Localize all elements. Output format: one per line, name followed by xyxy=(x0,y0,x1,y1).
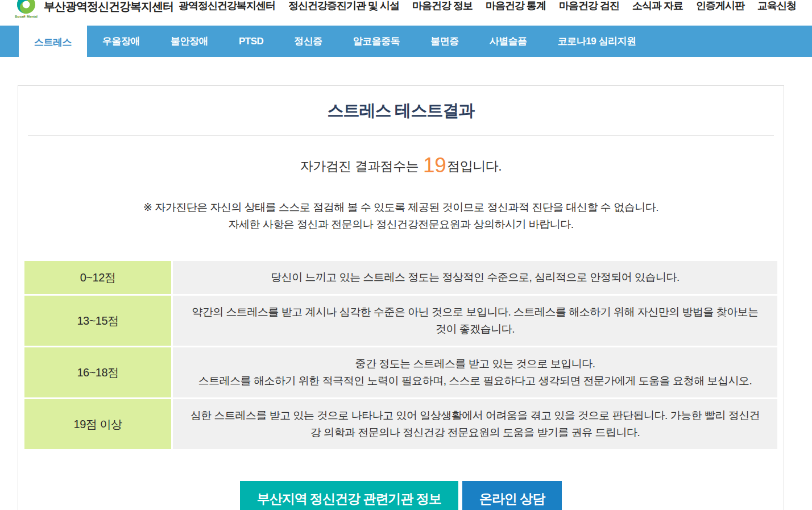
tab-grief[interactable]: 사별슬픔 xyxy=(474,26,542,57)
site-logo[interactable]: Busan Mental 부산광역정신건강복지센터 xyxy=(14,0,173,19)
tab-anxiety[interactable]: 불안장애 xyxy=(155,26,223,57)
tab-psychosis[interactable]: 정신증 xyxy=(279,26,338,57)
svg-text:Mental: Mental xyxy=(27,15,38,18)
score-prefix: 자가검진 결과점수는 xyxy=(300,159,422,173)
tab-ptsd[interactable]: PTSD xyxy=(223,26,279,57)
test-result-panel: 스트레스 테스트결과 자가검진 결과점수는 19점입니다. ※ 자가진단은 자신… xyxy=(18,85,784,510)
score-description-cell: 중간 정도는 스트레스를 받고 있는 것으로 보입니다. 스트레스를 해소하기 … xyxy=(173,347,777,397)
disclaimer-line-1: ※ 자가진단은 자신의 상태를 스스로 점검해 볼 수 있도록 제공된 것이므로… xyxy=(18,199,784,216)
disclaimer: ※ 자가진단은 자신의 상태를 스스로 점검해 볼 수 있도록 제공된 것이므로… xyxy=(18,199,784,233)
table-row: 0~12점 당신이 느끼고 있는 스트레스 정도는 정상적인 수준으로, 심리적… xyxy=(24,261,777,294)
top-navigation: 광역정신건강복지센터 정신건강증진기관 및 시설 마음건강 정보 마음건강 통계… xyxy=(179,0,796,13)
page-title: 스트레스 테스트결과 xyxy=(18,86,784,135)
score-line: 자가검진 결과점수는 19점입니다. xyxy=(18,154,784,177)
nav-item-mind-stats[interactable]: 마음건강 통계 xyxy=(486,0,546,13)
score-range-cell: 0~12점 xyxy=(24,261,171,294)
score-range-cell: 16~18점 xyxy=(24,347,171,397)
score-range-cell: 19점 이상 xyxy=(24,399,171,449)
tab-covid19-support[interactable]: 코로나19 심리지원 xyxy=(542,26,652,57)
nav-item-education[interactable]: 교육신청 xyxy=(757,0,796,13)
site-header: Busan Mental 부산광역정신건강복지센터 광역정신건강복지센터 정신건… xyxy=(0,0,812,26)
table-row: 19점 이상 심한 스트레스를 받고 있는 것으로 나타나고 있어 일상생활에서… xyxy=(24,399,777,449)
tab-stress[interactable]: 스트레스 xyxy=(19,26,87,59)
score-range-cell: 13~15점 xyxy=(24,296,171,346)
score-interpretation-table: 0~12점 당신이 느끼고 있는 스트레스 정도는 정상적인 수준으로, 심리적… xyxy=(23,259,779,451)
nav-item-mind-info[interactable]: 마음건강 정보 xyxy=(412,0,473,13)
tab-depression[interactable]: 우울장애 xyxy=(87,26,155,57)
score-description-cell: 약간의 스트레스를 받고 계시나 심각한 수준은 아닌 것으로 보입니다. 스트… xyxy=(173,296,777,346)
title-divider xyxy=(28,135,774,136)
tab-insomnia[interactable]: 불면증 xyxy=(415,26,474,57)
score-description-cell: 심한 스트레스를 받고 있는 것으로 나타나고 있어 일상생활에서 어려움을 겪… xyxy=(173,399,777,449)
tab-alcohol[interactable]: 알코올중독 xyxy=(338,26,416,57)
action-buttons: 부산지역 정신건강 관련기관 정보 온라인 상담 xyxy=(18,481,784,510)
disclaimer-line-2: 자세한 사항은 정신과 전문의나 정신건강전문요원과 상의하시기 바랍니다. xyxy=(18,216,784,233)
nav-item-mind-checkup[interactable]: 마음건강 검진 xyxy=(559,0,619,13)
busan-mental-logo-icon: Busan Mental xyxy=(14,0,39,19)
nav-item-facilities[interactable]: 정신건강증진기관 및 시설 xyxy=(288,0,399,13)
score-suffix: 점입니다. xyxy=(447,159,502,173)
nav-item-certified-board[interactable]: 인증게시판 xyxy=(696,0,744,13)
online-counseling-button[interactable]: 온라인 상담 xyxy=(462,481,562,510)
score-value: 19 xyxy=(422,154,447,177)
related-institutions-button[interactable]: 부산지역 정신건강 관련기관 정보 xyxy=(240,481,458,510)
table-row: 13~15점 약간의 스트레스를 받고 계시나 심각한 수준은 아닌 것으로 보… xyxy=(24,296,777,346)
nav-item-news[interactable]: 소식과 자료 xyxy=(632,0,683,13)
nav-item-center[interactable]: 광역정신건강복지센터 xyxy=(179,0,275,13)
table-row: 16~18점 중간 정도는 스트레스를 받고 있는 것으로 보입니다. 스트레스… xyxy=(24,347,777,397)
site-title[interactable]: 부산광역정신건강복지센터 xyxy=(44,0,173,14)
score-description-cell: 당신이 느끼고 있는 스트레스 정도는 정상적인 수준으로, 심리적으로 안정되… xyxy=(173,261,777,294)
svg-text:Busan: Busan xyxy=(15,15,26,18)
checkup-category-tabs: 스트레스 우울장애 불안장애 PTSD 정신증 알코올중독 불면증 사별슬픔 코… xyxy=(0,26,812,57)
